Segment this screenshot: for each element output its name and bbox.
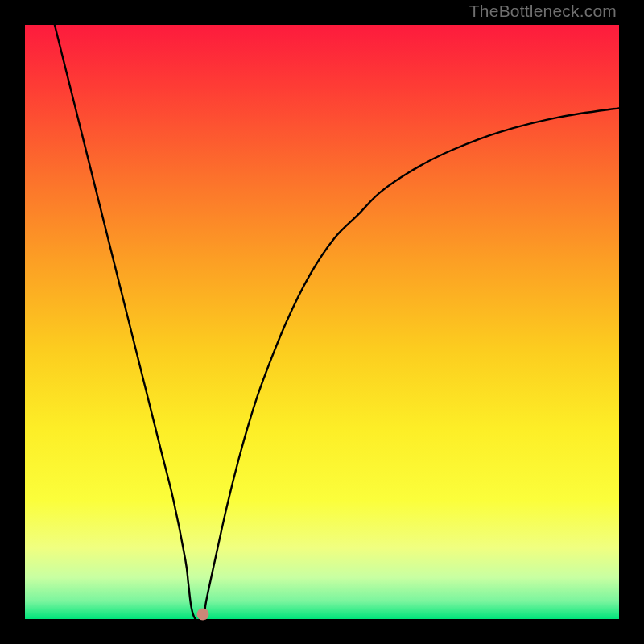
optimal-point-marker [197,609,209,621]
watermark-text: TheBottleneck.com [469,2,617,21]
plot-area [25,25,619,619]
bottleneck-curve [25,25,619,619]
